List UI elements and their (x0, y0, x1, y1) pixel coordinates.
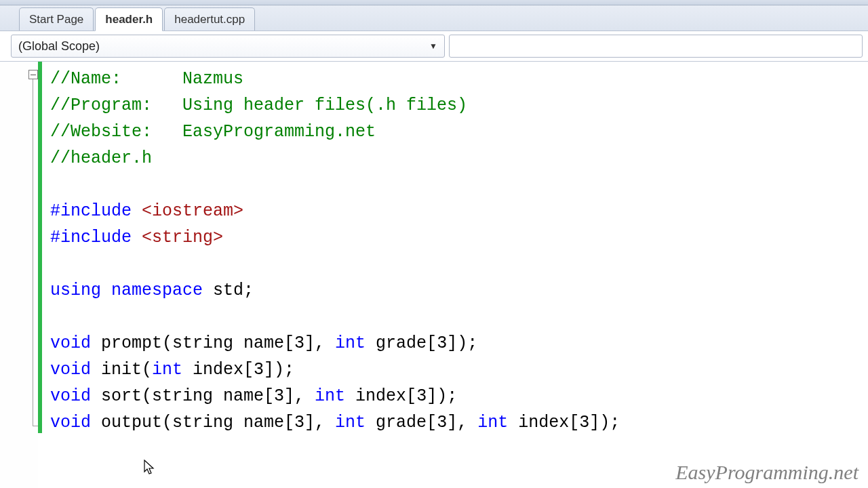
chevron-down-icon: ▼ (429, 41, 437, 51)
keyword-void: void (50, 386, 91, 406)
window-titlebar-strip (0, 0, 868, 5)
keyword-int: int (335, 413, 366, 432)
comment-line: //Website: EasyProgramming.net (50, 122, 376, 142)
outline-collapse-toggle[interactable] (28, 70, 38, 79)
comment-line: //Program: Using header files(.h files) (50, 96, 467, 115)
include-header: <string> (132, 228, 223, 247)
scope-selected-label: (Global Scope) (18, 39, 100, 54)
keyword-void: void (50, 360, 91, 380)
scope-dropdown[interactable]: (Global Scope) ▼ (11, 35, 445, 58)
tab-headertut-cpp[interactable]: headertut.cpp (164, 7, 255, 30)
tab-bar: Start Page header.h headertut.cpp (0, 5, 868, 31)
member-dropdown[interactable] (449, 35, 863, 58)
preproc-keyword: #include (50, 201, 132, 221)
tab-start-page[interactable]: Start Page (19, 7, 94, 30)
code-text: grade[3]); (366, 333, 477, 353)
keyword-void: void (50, 333, 91, 353)
keyword-int: int (315, 386, 345, 406)
code-text: index[3]); (345, 386, 457, 406)
outline-guide-vertical (33, 79, 33, 426)
code-text: std; (203, 281, 254, 300)
comment-line: //Name: Nazmus (50, 69, 243, 89)
code-text: output(string name[3], (101, 413, 335, 432)
code-text: prompt(string name[3], (101, 333, 335, 353)
code-text: sort(string name[3], (101, 386, 315, 406)
keyword-int: int (477, 413, 508, 432)
keyword-int: int (152, 360, 182, 380)
comment-line: //header.h (50, 148, 152, 168)
tab-header-h[interactable]: header.h (95, 7, 163, 31)
code-text: init( (101, 360, 152, 380)
keyword-void: void (50, 413, 91, 432)
keyword-using: using (50, 281, 101, 300)
outline-gutter (0, 62, 38, 488)
keyword-int: int (335, 333, 366, 353)
code-text: index[3]); (182, 360, 294, 380)
code-text: index[3]); (508, 413, 620, 432)
code-text: grade[3], (366, 413, 477, 432)
navigation-bar: (Global Scope) ▼ (0, 31, 868, 62)
outline-guide-horizontal (33, 426, 38, 426)
keyword-namespace: namespace (101, 281, 203, 300)
preproc-keyword: #include (50, 228, 132, 247)
include-header: <iostream> (132, 201, 243, 221)
code-editor[interactable]: //Name: Nazmus //Program: Using header f… (0, 62, 868, 488)
code-content[interactable]: //Name: Nazmus //Program: Using header f… (42, 62, 868, 488)
